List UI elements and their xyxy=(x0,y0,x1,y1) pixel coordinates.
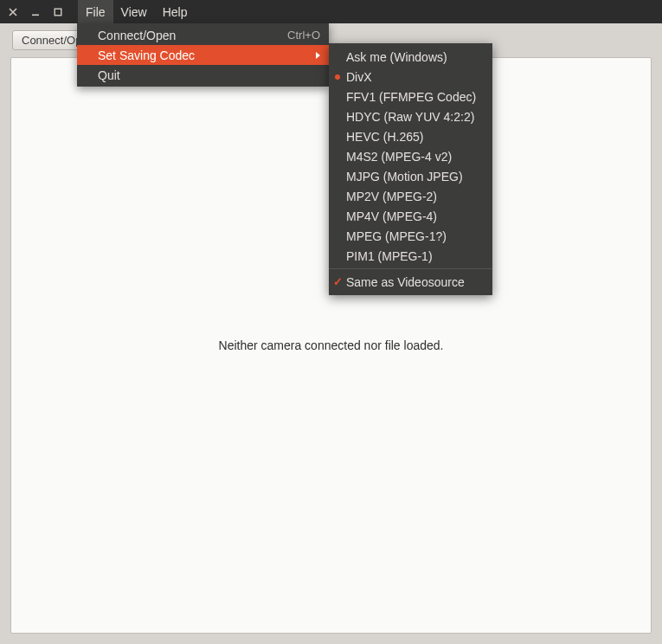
menu-item-label: Quit xyxy=(98,68,120,82)
menu-file[interactable]: File xyxy=(78,0,113,23)
codec-option-label: Same as Videosource xyxy=(346,275,465,289)
check-icon: ✓ xyxy=(333,274,343,287)
codec-option-label: Ask me (Windows) xyxy=(346,50,447,64)
codec-submenu: Ask me (Windows) DivX FFV1 (FFMPEG Codec… xyxy=(329,43,492,295)
codec-option-label: MPEG (MPEG-1?) xyxy=(346,229,447,243)
window-controls xyxy=(0,0,78,23)
codec-option-m4s2[interactable]: M4S2 (MPEG-4 v2) xyxy=(329,146,492,166)
codec-option-mjpg[interactable]: MJPG (Motion JPEG) xyxy=(329,166,492,186)
titlebar: File View Help xyxy=(0,0,662,23)
codec-option-label: HDYC (Raw YUV 4:2:2) xyxy=(346,110,474,124)
menu-view-label: View xyxy=(121,5,147,19)
codec-option-ffv1[interactable]: FFV1 (FFMPEG Codec) xyxy=(329,87,492,106)
file-menu-dropdown: Connect/Open Ctrl+O Set Saving Codec Qui… xyxy=(77,23,329,87)
codec-option-hdyc[interactable]: HDYC (Raw YUV 4:2:2) xyxy=(329,106,492,126)
menu-file-label: File xyxy=(86,5,106,19)
codec-option-same-as-source[interactable]: ✓ Same as Videosource xyxy=(329,272,492,292)
svg-rect-0 xyxy=(32,14,39,16)
menubar: File View Help xyxy=(78,0,662,23)
menu-divider xyxy=(329,268,492,269)
codec-option-mpeg[interactable]: MPEG (MPEG-1?) xyxy=(329,226,492,246)
codec-option-pim1[interactable]: PIM1 (MPEG-1) xyxy=(329,246,492,266)
codec-option-label: FFV1 (FFMPEG Codec) xyxy=(346,90,476,104)
radio-selected-icon xyxy=(335,74,340,80)
codec-option-label: MJPG (Motion JPEG) xyxy=(346,170,463,184)
codec-option-mp4v[interactable]: MP4V (MPEG-4) xyxy=(329,206,492,226)
codec-option-label: MP4V (MPEG-4) xyxy=(346,209,437,223)
menu-item-label: Set Saving Codec xyxy=(98,48,195,62)
close-icon[interactable] xyxy=(9,8,17,16)
menu-item-label: Connect/Open xyxy=(98,29,176,42)
menu-item-quit[interactable]: Quit xyxy=(77,65,329,85)
codec-option-divx[interactable]: DivX xyxy=(329,67,492,87)
codec-option-ask-me[interactable]: Ask me (Windows) xyxy=(329,47,492,67)
menu-view[interactable]: View xyxy=(113,0,155,23)
menu-help[interactable]: Help xyxy=(155,0,196,23)
codec-option-label: PIM1 (MPEG-1) xyxy=(346,249,433,263)
codec-option-label: DivX xyxy=(346,70,372,84)
minimize-icon[interactable] xyxy=(31,8,40,16)
menu-item-set-saving-codec[interactable]: Set Saving Codec xyxy=(77,45,329,65)
svg-rect-1 xyxy=(55,9,61,16)
codec-option-label: M4S2 (MPEG-4 v2) xyxy=(346,150,452,164)
menu-item-accelerator: Ctrl+O xyxy=(287,29,320,42)
codec-option-hevc[interactable]: HEVC (H.265) xyxy=(329,126,492,146)
empty-state-text: Neither camera connected nor file loaded… xyxy=(219,338,444,352)
maximize-icon[interactable] xyxy=(54,8,62,16)
menu-item-connect-open[interactable]: Connect/Open Ctrl+O xyxy=(77,25,329,45)
menu-help-label: Help xyxy=(163,5,188,19)
codec-option-mp2v[interactable]: MP2V (MPEG-2) xyxy=(329,186,492,206)
codec-option-label: MP2V (MPEG-2) xyxy=(346,190,437,203)
codec-option-label: HEVC (H.265) xyxy=(346,130,423,144)
submenu-arrow-icon xyxy=(316,52,320,59)
